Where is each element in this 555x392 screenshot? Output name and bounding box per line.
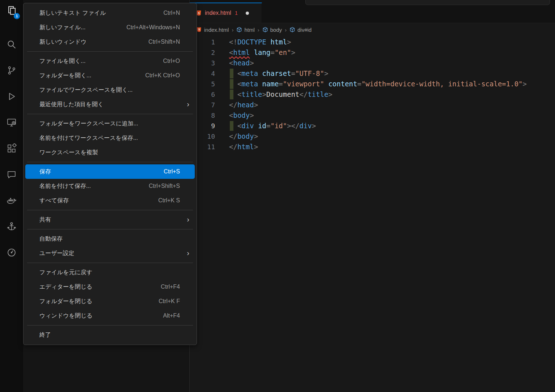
code-line-7[interactable]: 7</head> <box>190 100 555 110</box>
source-control-icon <box>7 65 17 77</box>
menu-item-shortcut: Ctrl+N <box>163 10 180 16</box>
menu-item[interactable]: 新しいウィンドウCtrl+Shift+N <box>25 35 195 49</box>
menu-item[interactable]: 最近使用した項目を開く› <box>25 97 195 112</box>
breadcrumb-chevron-icon: › <box>232 27 233 33</box>
activity-bar-item-run-debug[interactable] <box>3 89 20 105</box>
code-line-1[interactable]: 1<!DOCTYPE html> <box>190 37 555 47</box>
code-line-6[interactable]: 6 <title>Document</title> <box>190 89 555 100</box>
menu-separator <box>27 210 193 210</box>
code-text[interactable]: </html> <box>229 142 258 152</box>
unsaved-dot-icon[interactable] <box>246 12 249 15</box>
activity-bar-item-remote-explorer[interactable] <box>3 115 20 132</box>
search-icon <box>7 39 17 51</box>
menu-item-label: エディターを閉じる <box>39 283 92 291</box>
code-text[interactable]: </body> <box>229 131 258 142</box>
menu-item[interactable]: すべて保存Ctrl+K S <box>25 193 195 208</box>
menu-item[interactable]: ウィンドウを閉じるAlt+F4 <box>25 309 195 323</box>
activity-bar-item-explorer[interactable]: 1 <box>3 3 20 20</box>
gauge-icon <box>7 247 17 259</box>
menu-item-label: ユーザー設定 <box>39 250 74 257</box>
menu-item[interactable]: ファイルを元に戻す <box>25 265 195 280</box>
extensions-icon <box>7 143 17 155</box>
run-debug-icon <box>7 91 17 103</box>
activity-bar: 1 <box>0 0 23 392</box>
menu-item[interactable]: 名前を付けて保存...Ctrl+Shift+S <box>25 179 195 193</box>
code-line-9[interactable]: 9 <div id="id"></div> <box>190 121 555 131</box>
activity-bar-item-source-control[interactable] <box>3 63 20 79</box>
activity-bar-item-docker[interactable] <box>3 193 20 210</box>
menu-item[interactable]: 終了 <box>25 328 195 342</box>
code-line-10[interactable]: 10</body> <box>190 131 555 142</box>
command-center[interactable] <box>305 0 550 5</box>
menu-item-shortcut: Alt+F4 <box>163 313 180 319</box>
breadcrumb-label: div#id <box>297 27 311 33</box>
menu-item[interactable]: エディターを閉じるCtrl+F4 <box>25 280 195 294</box>
menu-item-label: ファイルを開く... <box>39 57 86 65</box>
menu-item[interactable]: 自動保存 <box>25 232 195 246</box>
activity-bar-item-search[interactable] <box>3 37 20 53</box>
menu-item[interactable]: 新しいファイル...Ctrl+Alt+Windows+N <box>25 20 195 35</box>
breadcrumb-item[interactable]: 5index.html <box>196 27 229 33</box>
chat-icon <box>7 169 17 181</box>
menu-separator <box>27 229 193 229</box>
code-text[interactable]: <title>Document</title> <box>229 89 332 100</box>
anchor-icon <box>7 221 17 233</box>
activity-bar-item-comments[interactable] <box>3 167 20 184</box>
menu-item[interactable]: 新しいテキスト ファイルCtrl+N <box>25 6 195 20</box>
menu-item-shortcut: Ctrl+K Ctrl+O <box>145 72 180 79</box>
code-text[interactable]: <meta name="viewport" content="width=dev… <box>229 79 527 89</box>
svg-text:5: 5 <box>198 12 200 15</box>
breadcrumb-item[interactable]: body <box>262 27 282 33</box>
menu-item[interactable]: ファイルを開く...Ctrl+O <box>25 54 195 68</box>
menu-separator <box>27 51 193 52</box>
menu-item-label: 自動保存 <box>39 235 63 243</box>
menu-item-label: フォルダーをワークスペースに追加... <box>39 120 138 128</box>
menu-separator <box>27 114 193 114</box>
activity-badge: 1 <box>14 13 20 19</box>
menu-item[interactable]: フォルダーを閉じるCtrl+K F <box>25 294 195 309</box>
breadcrumb-chevron-icon: › <box>258 27 259 33</box>
code-editor[interactable]: 1<!DOCTYPE html>2<html lang="en">3<head>… <box>190 36 555 152</box>
submenu-chevron-icon: › <box>187 215 189 224</box>
menu-item[interactable]: フォルダーをワークスペースに追加... <box>25 116 195 131</box>
menu-item-label: 最近使用した項目を開く <box>39 101 104 108</box>
activity-bar-item-extensions[interactable] <box>3 141 20 158</box>
menu-item[interactable]: 名前を付けてワークスペースを保存... <box>25 131 195 145</box>
menu-item-label: 保存 <box>39 168 51 176</box>
menu-item[interactable]: フォルダーを開く...Ctrl+K Ctrl+O <box>25 68 195 83</box>
code-text[interactable]: <html lang="en"> <box>229 47 295 58</box>
menu-separator <box>27 325 193 326</box>
code-line-11[interactable]: 11</html> <box>190 142 555 152</box>
code-line-2[interactable]: 2<html lang="en"> <box>190 47 555 58</box>
menu-item[interactable]: ファイルでワークスペースを開く... <box>25 83 195 97</box>
activity-bar-item-profile-gauge[interactable] <box>3 245 20 262</box>
menu-item[interactable]: 共有› <box>25 212 195 227</box>
submenu-chevron-icon: › <box>187 100 189 108</box>
code-text[interactable]: <body> <box>229 110 254 121</box>
modified-line-indicator <box>230 121 233 131</box>
tab-index-html[interactable]: 5 index.html 1 <box>190 3 262 23</box>
breadcrumb: 5index.html›html›body›div#id <box>190 23 555 36</box>
breadcrumb-item[interactable]: div#id <box>289 27 311 33</box>
monitor-x-icon <box>7 117 17 129</box>
code-text[interactable]: <meta charset="UTF-8"> <box>229 68 328 79</box>
code-text[interactable]: <head> <box>229 58 254 68</box>
code-line-3[interactable]: 3<head> <box>190 58 555 68</box>
code-text[interactable]: <!DOCTYPE html> <box>229 37 291 47</box>
menu-item[interactable]: 保存Ctrl+S <box>25 164 195 179</box>
breadcrumb-label: index.html <box>204 27 229 33</box>
file-menu: 新しいテキスト ファイルCtrl+N新しいファイル...Ctrl+Alt+Win… <box>23 3 197 345</box>
menu-item-label: 新しいウィンドウ <box>39 38 87 46</box>
menu-item[interactable]: ワークスペースを複製 <box>25 145 195 160</box>
menu-separator <box>27 162 193 162</box>
menu-item[interactable]: ユーザー設定› <box>25 246 195 260</box>
code-text[interactable]: <div id="id"></div> <box>229 121 316 131</box>
breadcrumb-item[interactable]: html <box>236 27 254 33</box>
tab-filename: index.html <box>205 10 231 16</box>
code-line-4[interactable]: 4 <meta charset="UTF-8"> <box>190 68 555 79</box>
code-line-8[interactable]: 8<body> <box>190 110 555 121</box>
code-text[interactable]: </head> <box>229 100 258 110</box>
activity-bar-item-anchor[interactable] <box>3 219 20 236</box>
menu-separator <box>27 263 193 263</box>
code-line-5[interactable]: 5 <meta name="viewport" content="width=d… <box>190 79 555 89</box>
